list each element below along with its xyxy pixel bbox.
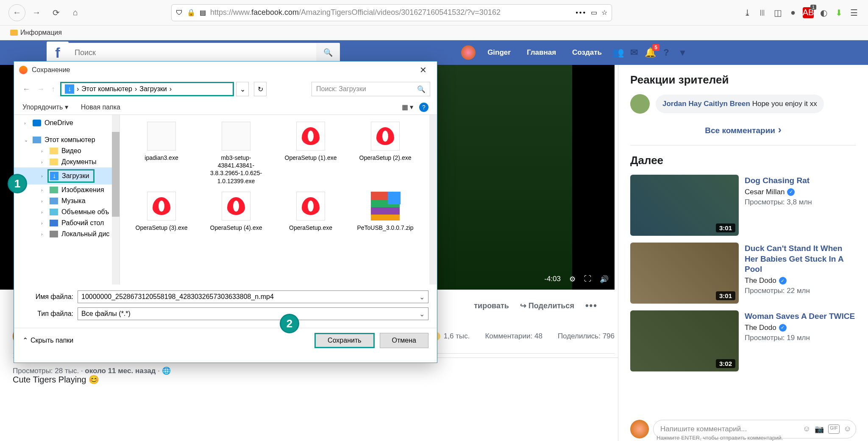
search-icon: 🔍 [417,85,426,93]
file-item[interactable]: OperaSetup (1).exe [278,119,344,187]
nv-title: Dog Chasing Rat [745,176,812,186]
file-item[interactable]: OperaSetup (4).exe [203,189,269,234]
files-scrollbar[interactable] [429,115,437,285]
next-video-2[interactable]: 3:01 Duck Can't Stand It When Her Babies… [630,243,856,304]
fullscreen-icon[interactable]: ⛶ [584,275,591,283]
file-item[interactable]: OperaSetup (3).exe [128,189,195,234]
shares-count[interactable]: Поделились: 796 [558,332,615,341]
verified-icon: ✓ [779,277,787,285]
share-action[interactable]: ↪ Поделиться [520,301,574,310]
nav-forward-button[interactable]: → [28,4,45,21]
tree-downloads[interactable]: ›↓Загрузки [14,167,120,184]
commenter-2[interactable]: Caitlyn Breen [704,100,750,108]
tree-desktop[interactable]: ›Рабочий стол [14,218,120,229]
tree-localdisk[interactable]: ›Локальный дис [14,229,120,240]
fb-search-input[interactable] [75,48,316,57]
friends-icon[interactable]: 👥 [610,45,626,60]
commenter-1[interactable]: Jordan Hay [662,100,702,108]
bookmark-star-icon[interactable]: ☆ [601,8,607,17]
header-home-link[interactable]: Главная [519,40,564,65]
help-button[interactable]: ? [419,103,428,112]
tree-scrollbar[interactable] [112,115,120,285]
tree-volumes[interactable]: ›Объемные объ [14,207,120,218]
breadcrumb-pc[interactable]: Этот компьютер [81,85,132,93]
sticker-icon[interactable]: ☺ [844,424,851,434]
dialog-close-button[interactable]: ✕ [415,63,432,77]
cancel-button[interactable]: Отмена [380,333,428,348]
save-dialog: Сохранение ✕ ← → ↑ ↓ › Этот компьютер › … [14,61,437,363]
filetype-select[interactable]: Все файлы (*.*) [78,307,428,320]
nv-title: Woman Saves A Deer TWICE [745,311,855,322]
search-icon[interactable]: 🔍 [316,43,340,62]
view-menu[interactable]: ▦ ▾ [402,103,413,111]
nv-title: Duck Can't Stand It When Her Babies Get … [745,243,856,275]
comments-count[interactable]: Комментарии: 48 [485,332,542,341]
breadcrumb-dropdown[interactable]: ⌄ [236,82,249,96]
fb-right-sidebar: Реакции зрителей Jordan Hay Caitlyn Bree… [618,65,868,441]
tree-images[interactable]: ›Изображения [14,184,120,195]
downloads-icon[interactable]: ⤓ [742,7,753,18]
fb-logo[interactable]: f [47,42,69,64]
volume-icon[interactable]: 🔊 [600,275,609,284]
ext2-icon[interactable]: ⬇ [833,7,844,18]
folder-icon [10,30,18,36]
breadcrumb-bar[interactable]: ↓ › Этот компьютер › Загрузки › [60,82,234,96]
fb-search[interactable]: 🔍 [69,43,340,62]
adblock-icon[interactable]: AB [803,7,814,18]
messenger-icon[interactable]: ✉ [626,45,642,60]
breadcrumb-downloads[interactable]: Загрузки [139,85,167,93]
settings-icon[interactable]: ⚙ [569,275,576,284]
ext1-icon[interactable]: ◐ [818,7,829,18]
new-folder-button[interactable]: Новая папка [81,103,120,111]
more-actions-icon[interactable]: ••• [585,300,598,311]
header-username[interactable]: Ginger [480,40,518,65]
nav-up-icon[interactable]: ↑ [50,83,57,95]
url-more-icon[interactable]: ••• [576,9,587,17]
file-item[interactable]: mb3-setup-43841.43841-3.8.3.2965-1.0.625… [203,119,269,187]
nav-fwd-icon[interactable]: → [35,83,46,95]
next-video-3[interactable]: 3:02 Woman Saves A Deer TWICE The Dodo✓ … [630,310,856,371]
file-item[interactable]: OperaSetup (2).exe [352,119,418,187]
file-item[interactable]: PeToUSB_3.0.0.7.zip [352,189,418,234]
file-item[interactable]: OperaSetup.exe [278,189,344,234]
library-icon[interactable]: ⫼ [757,7,768,18]
nav-back-icon[interactable]: ← [21,83,32,95]
tree-music[interactable]: ›Музыка [14,195,120,207]
gif-icon[interactable]: GIF [828,424,839,434]
notifications-icon[interactable]: 🔔 [643,45,658,60]
menu-icon[interactable]: ☰ [849,7,860,18]
shield-icon: 🛡 [176,9,183,17]
hide-folders-toggle[interactable]: ⌃Скрыть папки [22,336,73,344]
my-avatar[interactable] [630,420,649,438]
tree-documents[interactable]: ›Документы [14,156,120,167]
tree-this-pc[interactable]: ⌄Этот компьютер [14,134,120,145]
sync-icon[interactable]: ● [787,7,798,18]
header-avatar[interactable] [461,45,476,60]
header-create-link[interactable]: Создать [565,40,609,65]
sidebar-icon[interactable]: ◫ [772,7,783,18]
save-button[interactable]: Сохранить [314,333,375,348]
dropdown-icon[interactable]: ▾ [675,45,690,60]
nav-home-button[interactable]: ⌂ [67,4,84,21]
dialog-search[interactable]: Поиск: Загрузки 🔍 [312,82,430,96]
tree-video[interactable]: ›Видео [14,145,120,156]
next-video-1[interactable]: 3:01 Dog Chasing Rat Cesar Millan✓ Просм… [630,175,856,236]
organize-menu[interactable]: Упорядочить ▾ [22,103,68,111]
comment-action[interactable]: тировать [474,301,509,310]
comment-avatar[interactable] [630,94,650,114]
help-icon[interactable]: ? [659,45,674,60]
bookmark-info[interactable]: Информация [10,29,62,36]
likes-count: 1,6 тыс. [444,332,470,341]
emoji-icon[interactable]: ☺ [803,424,810,434]
refresh-button[interactable]: ↻ [254,82,267,96]
reader-icon[interactable]: ▭ [591,8,597,17]
file-item[interactable]: ipadian3.exe [128,119,195,187]
tree-onedrive[interactable]: ›OneDrive [14,117,120,128]
url-bar[interactable]: 🛡 🔒 ▤ https://www.facebook.com/AmazingTi… [171,4,612,21]
nav-reload-button[interactable]: ⟳ [47,4,64,21]
all-comments-link[interactable]: Все комментарии [630,120,856,145]
reactions-summary[interactable]: 1,6 тыс. Комментарии: 48 Поделились: 796 [418,331,615,341]
nav-back-button[interactable]: ← [8,4,25,21]
camera-icon[interactable]: 📷 [815,424,824,434]
filename-input[interactable]: 10000000_2528673120558198_42830326573036… [78,290,428,303]
